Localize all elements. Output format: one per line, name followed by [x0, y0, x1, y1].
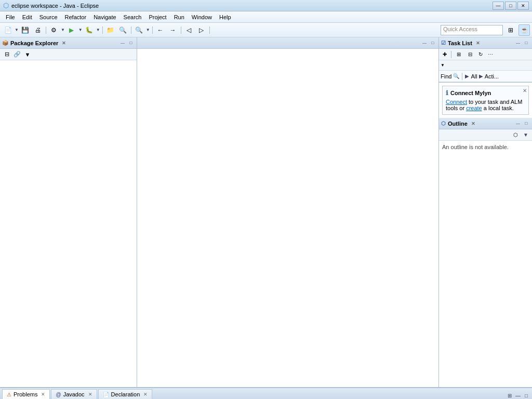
new-task-button[interactable]: ✚ [441, 50, 449, 59]
next-edit-button[interactable]: → [167, 24, 179, 36]
minimize-task-button[interactable]: — [514, 39, 522, 47]
left-panel: 📦 Package Explorer ✕ — □ ⊟ 🔗 ▼ [0, 37, 137, 387]
outline-close[interactable]: ✕ [471, 121, 475, 126]
outline-menu-button[interactable]: ⬡ [511, 130, 520, 140]
minimize-center-button[interactable]: — [421, 39, 428, 47]
filter-acti-label[interactable]: Acti... [485, 73, 499, 79]
menu-navigate[interactable]: Navigate [90, 13, 119, 21]
debug-button[interactable]: 🐛 [84, 24, 95, 36]
build-dropdown[interactable]: ▼ [61, 28, 65, 32]
declaration-icon: 📄 [103, 392, 109, 397]
minimize-outline-button[interactable]: — [514, 120, 522, 127]
package-explorer-header: 📦 Package Explorer ✕ — □ [0, 37, 137, 49]
menu-edit[interactable]: Edit [19, 13, 36, 21]
package-explorer-toolbar: ⊟ 🔗 ▼ [0, 49, 137, 60]
center-header: — □ [137, 37, 438, 49]
search-dropdown[interactable]: ▼ [146, 28, 150, 32]
java-perspective-button[interactable]: ☕ [518, 24, 530, 36]
create-link[interactable]: create [466, 105, 482, 111]
right-panel: ☑ Task List ✕ — □ ✚ ⊞ ⊟ ↻ ⋯ ▼ Find [438, 37, 532, 387]
tab-javadoc-close[interactable]: ✕ [88, 392, 92, 397]
back-button[interactable]: ◁ [183, 24, 195, 36]
tab-javadoc-label: Javadoc [63, 391, 85, 397]
maximize-task-button[interactable]: □ [523, 39, 530, 47]
tab-javadoc[interactable]: @ Javadoc ✕ [51, 389, 97, 399]
menu-project[interactable]: Project [145, 13, 170, 21]
task-expand-button[interactable]: ▼ [441, 63, 445, 68]
prev-edit-button[interactable]: ← [155, 24, 166, 36]
menu-search[interactable]: Search [120, 13, 145, 21]
title-controls[interactable]: — □ ✕ [493, 2, 529, 10]
bottom-maximize-button[interactable]: □ [523, 392, 530, 399]
toolbar-right: Quick Access ⊞ ☕ [441, 24, 530, 36]
menu-run[interactable]: Run [170, 13, 188, 21]
debug-dropdown[interactable]: ▼ [96, 28, 100, 32]
tab-problems-close[interactable]: ✕ [41, 392, 45, 397]
task-list-close[interactable]: ✕ [476, 41, 480, 46]
tab-declaration-close[interactable]: ✕ [143, 392, 148, 397]
task-list-panel: ☑ Task List ✕ — □ ✚ ⊞ ⊟ ↻ ⋯ ▼ Find [439, 37, 532, 83]
close-button[interactable]: ✕ [517, 2, 529, 10]
maximize-outline-button[interactable]: □ [523, 120, 530, 127]
bottom-panel: ⚠ Problems ✕ @ Javadoc ✕ 📄 Declaration ✕… [0, 388, 532, 399]
outline-toolbar: ⬡ ▼ [439, 129, 532, 141]
new-button[interactable]: 📄 [2, 24, 14, 36]
menu-help[interactable]: Help [216, 13, 235, 21]
minimize-left-button[interactable]: — [119, 39, 126, 47]
maximize-button[interactable]: □ [505, 2, 516, 10]
maximize-left-button[interactable]: □ [127, 39, 135, 47]
outline-content: An outline is not available. [439, 141, 532, 387]
new-dropdown[interactable]: ▼ [15, 28, 19, 32]
filter-all-label[interactable]: All [471, 73, 477, 79]
task-toolbar-row2: ▼ [439, 60, 532, 71]
task-menu-button[interactable]: ⋯ [486, 50, 495, 59]
editor-area[interactable] [137, 49, 438, 387]
build-button[interactable]: ⚙ [48, 24, 60, 36]
task-filter-button1[interactable]: ⊞ [454, 50, 464, 59]
link-with-editor-button[interactable]: 🔗 [12, 50, 22, 59]
connect-mylyn-close[interactable]: ✕ [523, 88, 527, 94]
task-filter-button2[interactable]: ⊟ [465, 50, 475, 59]
collapse-all-button[interactable]: ⊟ [2, 50, 11, 59]
menu-source[interactable]: Source [36, 13, 61, 21]
print-button[interactable]: 🖨 [32, 24, 44, 36]
quick-access-box[interactable]: Quick Access [441, 25, 503, 35]
tab-problems-label: Problems [14, 391, 37, 397]
tab-problems[interactable]: ⚠ Problems ✕ [2, 389, 50, 399]
open-type-button[interactable]: 🔍 [117, 24, 129, 36]
package-explorer-close[interactable]: ✕ [62, 41, 66, 46]
task-sync-button[interactable]: ↻ [476, 50, 485, 59]
outline-dropdown-button[interactable]: ▼ [521, 130, 530, 140]
open-task-button[interactable]: 📁 [105, 24, 116, 36]
find-bar: Find 🔍 ▶ All ▶ Acti... [439, 71, 532, 82]
forward-button[interactable]: ▷ [196, 24, 207, 36]
perspective-open-button[interactable]: ⊞ [505, 24, 516, 36]
search-button[interactable]: 🔍 [134, 24, 145, 36]
filter-arrow1[interactable]: ▶ [465, 73, 469, 79]
outline-title: Outline [448, 121, 468, 127]
run-dropdown[interactable]: ▼ [78, 28, 83, 32]
connect-link[interactable]: Connect [446, 99, 467, 105]
outline-header: ⬡ Outline ✕ — □ [439, 118, 532, 129]
bottom-view-menu-button[interactable]: ⊞ [506, 392, 513, 399]
find-separator [462, 73, 462, 80]
save-button[interactable]: 💾 [20, 24, 31, 36]
outline-icon: ⬡ [441, 121, 446, 126]
connect-mylyn-panel: ℹ Connect Mylyn ✕ Connect to your task a… [442, 86, 529, 115]
run-button[interactable]: ▶ [66, 24, 77, 36]
task-list-toolbar: ✚ ⊞ ⊟ ↻ ⋯ [439, 49, 532, 60]
main-layout: 📦 Package Explorer ✕ — □ ⊟ 🔗 ▼ — □ [0, 37, 532, 388]
javadoc-icon: @ [56, 392, 61, 397]
minimize-button[interactable]: — [493, 2, 504, 10]
bottom-minimize-button[interactable]: — [514, 392, 522, 399]
menu-file[interactable]: File [2, 13, 19, 21]
maximize-center-button[interactable]: □ [429, 39, 436, 47]
outline-empty-text: An outline is not available. [442, 144, 509, 150]
bottom-tab-controls: ⊞ — □ [506, 392, 530, 399]
menu-window[interactable]: Window [188, 13, 216, 21]
filter-arrow2[interactable]: ▶ [479, 73, 483, 79]
tab-declaration[interactable]: 📄 Declaration ✕ [98, 389, 153, 399]
menu-refactor[interactable]: Refactor [61, 13, 90, 21]
pkg-view-menu-button[interactable]: ▼ [23, 50, 32, 59]
center-panel: — □ [137, 37, 438, 387]
